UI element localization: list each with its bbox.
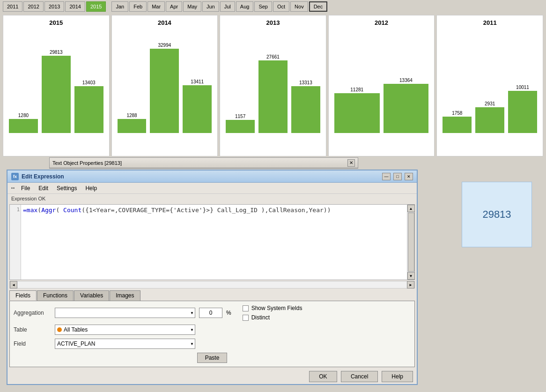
month-jun-btn[interactable]: Jun [202,1,219,12]
bar-value-13411: 13411 [191,79,204,84]
menu-settings[interactable]: Settings [53,184,81,192]
bar-group-2: 29813 [42,50,71,133]
scroll-right-arrow[interactable]: ► [407,281,414,288]
bar-13313 [291,86,320,133]
vertical-scrollbar[interactable]: ▲ ▼ [407,205,414,280]
text-obj-titlebar: Text Object Properties [29813] ✕ [50,158,358,168]
show-system-fields-label: Show System Fields [251,305,303,311]
close-btn[interactable]: ✕ [405,173,413,180]
expression-editor[interactable]: =max(Aggr( Count({1<Year=,COVERAGE_TYPE=… [21,205,407,280]
bar-1280 [9,119,38,133]
chart-2015: 2015 1280 29813 13403 [3,15,110,156]
help-button[interactable]: Help [382,371,413,382]
horizontal-scrollbar[interactable]: ◄ ► [9,281,415,288]
month-feb-btn[interactable]: Feb [129,1,147,12]
expression-status-text: Expression OK [11,196,45,201]
menu-file[interactable]: File [17,184,34,192]
year-2013-btn[interactable]: 2013 [44,1,64,12]
scroll-left-arrow[interactable]: ◄ [10,281,17,288]
bar-group-2014-1: 1288 [118,113,147,133]
aggregation-pct-input[interactable] [199,308,222,318]
chart-2012-title: 2012 [375,19,388,26]
chart-2013-title: 2013 [266,19,280,26]
month-jan-btn[interactable]: Jan [111,1,128,12]
bottom-buttons: OK Cancel Help [7,369,417,384]
bar-group-2011-2: 2931 [475,101,504,133]
code-area-wrapper: 1 =max(Aggr( Count({1<Year=,COVERAGE_TYP… [9,204,415,280]
line-numbers: 1 [10,205,21,280]
field-dropdown-arrow: ▼ [190,342,194,346]
fields-panel: Aggregation ▼ % Show System Fields Disti… [9,301,415,367]
charts-area: 2015 1280 29813 13403 2014 1288 3 [0,13,546,158]
menu-dots [9,186,16,190]
month-oct-btn[interactable]: Oct [273,1,289,12]
month-nov-btn[interactable]: Nov [290,1,308,12]
aggregation-select[interactable]: ▼ [55,308,195,318]
paste-button[interactable]: Paste [197,353,228,363]
year-2014-btn[interactable]: 2014 [65,1,85,12]
scroll-down-arrow[interactable]: ▼ [407,272,415,280]
chart-2015-bars: 1280 29813 13403 [5,30,107,133]
text-obj-close-btn[interactable]: ✕ [347,159,355,167]
month-may-btn[interactable]: May [183,1,201,12]
tab-functions[interactable]: Functions [37,290,74,301]
chart-2012-bars: 11281 13364 [331,30,433,133]
hscroll-track [17,282,407,287]
text-obj-dialog: Text Object Properties [29813] ✕ [49,157,358,169]
aggregation-row: Aggregation ▼ % Show System Fields Disti… [14,305,411,321]
bar-group-2014-2: 32994 [150,43,179,133]
month-sep-btn[interactable]: Sep [254,1,272,12]
table-label: Table [14,326,51,333]
chart-2014: 2014 1288 32994 13411 [111,15,218,156]
scroll-thumb[interactable] [408,213,414,272]
tab-fields[interactable]: Fields [9,290,37,301]
bar-value-13313: 13313 [299,80,312,85]
show-system-fields-checkbox[interactable] [243,305,249,311]
bar-1288 [118,119,147,133]
year-2012-btn[interactable]: 2012 [23,1,43,12]
bar-value-11281: 11281 [350,87,363,92]
edit-expr-titlebar: fx Edit Expression — □ ✕ [7,170,417,183]
table-value: All Tables [64,326,88,333]
distinct-row: Distinct [243,314,303,321]
bar-32994 [150,49,179,133]
edit-expr-icon: fx [11,173,19,180]
maximize-btn[interactable]: □ [393,173,402,180]
month-mar-btn[interactable]: Mar [148,1,165,12]
preview-value: 29813 [482,208,511,221]
month-dec-btn[interactable]: Dec [309,1,328,12]
bar-group-1: 1280 [9,113,38,133]
tab-images[interactable]: Images [110,290,140,301]
cancel-button[interactable]: Cancel [341,371,378,382]
field-select[interactable]: ACTIVE_PLAN ▼ [55,339,195,349]
minimize-btn[interactable]: — [382,173,391,180]
ok-button[interactable]: OK [309,371,337,382]
aggregation-dropdown-arrow: ▼ [190,311,194,315]
chart-2012: 2012 11281 13364 [328,15,435,156]
bar-value-2931: 2931 [485,101,495,106]
preview-box: 29813 [462,182,532,247]
pct-symbol: % [226,310,231,316]
bar-group-2012-1: 11281 [334,87,380,133]
bar-group-2013-3: 13313 [291,80,320,133]
bar-group-2011-1: 1758 [443,111,472,133]
menu-edit[interactable]: Edit [35,184,52,192]
table-row: Table All Tables ▼ [14,325,411,335]
menu-bar: File Edit Settings Help [7,183,417,194]
bar-group-3: 13403 [74,80,103,133]
bar-value-10011: 10011 [516,85,529,90]
year-2015-btn[interactable]: 2015 [86,1,106,12]
month-apr-btn[interactable]: Apr [166,1,182,12]
bar-27661 [258,60,288,133]
tab-variables[interactable]: Variables [74,290,109,301]
chart-2011-title: 2011 [483,19,497,26]
year-2011-btn[interactable]: 2011 [3,1,22,12]
menu-help[interactable]: Help [81,184,101,192]
month-jul-btn[interactable]: Jul [220,1,235,12]
show-system-fields-row: Show System Fields [243,305,303,311]
scroll-up-arrow[interactable]: ▲ [407,205,415,212]
top-filter-bar: 2011 2012 2013 2014 2015 Jan Feb Mar Apr… [0,0,546,13]
distinct-checkbox[interactable] [243,315,249,321]
month-aug-btn[interactable]: Aug [236,1,254,12]
table-select[interactable]: All Tables ▼ [55,325,195,335]
